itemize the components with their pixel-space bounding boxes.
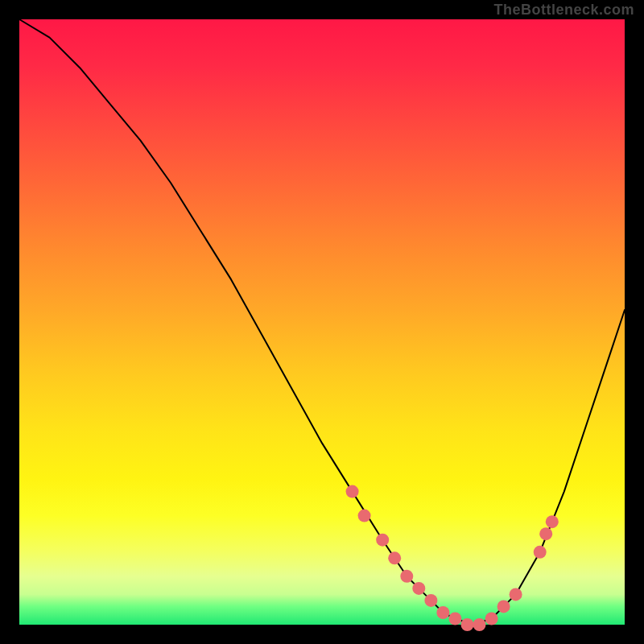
data-point <box>485 613 498 625</box>
data-point <box>448 613 461 625</box>
data-point <box>436 606 449 619</box>
data-point <box>412 582 425 595</box>
curve-svg <box>19 19 625 625</box>
bottleneck-curve <box>19 19 625 625</box>
data-point <box>539 527 552 540</box>
data-point <box>497 600 510 613</box>
data-point <box>510 588 522 601</box>
data-point <box>358 510 371 522</box>
data-point <box>424 594 437 607</box>
data-point <box>376 534 389 547</box>
data-point <box>388 551 401 564</box>
data-point <box>546 515 559 528</box>
data-point <box>346 485 359 498</box>
plot-area <box>19 19 625 625</box>
data-point <box>534 546 547 559</box>
watermark-label: TheBottleneck.com <box>493 2 634 19</box>
chart-stage: TheBottleneck.com <box>0 0 644 644</box>
data-points-group <box>346 485 559 631</box>
data-point <box>461 618 474 631</box>
data-point <box>400 570 413 583</box>
data-point <box>473 618 486 631</box>
